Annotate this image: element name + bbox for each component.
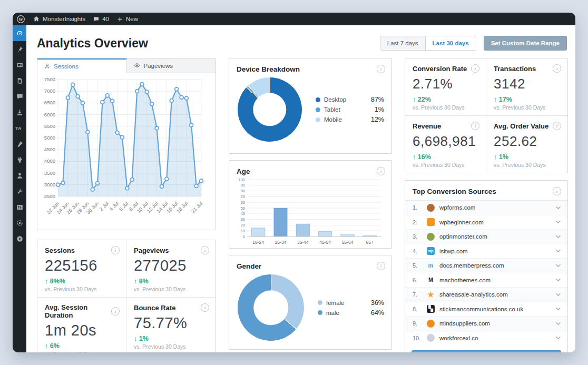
favicon-icon bbox=[427, 218, 435, 226]
sidebar-item-users[interactable] bbox=[13, 167, 26, 183]
conversion-source-row-2[interactable]: 2.wpbeginner.com bbox=[405, 215, 567, 230]
delta-up: ↑ 1% bbox=[494, 153, 561, 161]
source-domain: mindsuppliers.com bbox=[439, 320, 490, 327]
sidebar-item-seal[interactable] bbox=[13, 215, 26, 231]
sidebar-item-comments[interactable] bbox=[13, 88, 26, 104]
new-menu[interactable]: New bbox=[116, 16, 138, 23]
favicon-icon: ▚ bbox=[427, 305, 435, 313]
sidebar-item-plugins[interactable] bbox=[13, 152, 26, 167]
sidebar-item-pages[interactable] bbox=[13, 73, 26, 88]
favicon-icon: wp bbox=[427, 247, 435, 255]
sidebar-item-video[interactable] bbox=[13, 231, 26, 246]
info-icon[interactable] bbox=[553, 187, 561, 195]
sidebar-item-monsterinsights[interactable] bbox=[13, 25, 26, 41]
chevron-down-icon[interactable] bbox=[555, 293, 561, 297]
info-icon[interactable] bbox=[553, 122, 561, 130]
legend-item-male: male64% bbox=[318, 309, 384, 317]
info-icon[interactable] bbox=[377, 262, 385, 270]
source-domain: wpforms.com bbox=[439, 204, 475, 211]
svg-text:55-64: 55-64 bbox=[342, 240, 354, 245]
svg-text:4 Jul: 4 Jul bbox=[108, 201, 120, 212]
sidebar-item-downloads[interactable] bbox=[13, 104, 26, 120]
source-domain: workforcexl.co bbox=[439, 335, 478, 341]
conversion-source-row-10[interactable]: 10.workforcexl.co bbox=[405, 331, 567, 346]
brush-icon bbox=[16, 140, 24, 148]
tab-sessions[interactable]: Sessions bbox=[37, 58, 126, 73]
sidebar-item-posts[interactable] bbox=[13, 41, 26, 57]
sidebar-item-appearance[interactable] bbox=[13, 136, 26, 152]
info-icon[interactable] bbox=[471, 122, 479, 130]
conversion-source-row-9[interactable]: 9.mindsuppliers.com bbox=[405, 316, 567, 331]
source-rank: 7. bbox=[413, 291, 422, 298]
conversion-source-row-1[interactable]: 1.wpforms.com bbox=[405, 201, 567, 215]
legend-dot bbox=[318, 300, 322, 305]
site-menu[interactable]: MonsterInsights bbox=[33, 15, 85, 23]
desktop-background: W MonsterInsights 40 New TA bbox=[0, 0, 588, 365]
info-icon[interactable] bbox=[111, 307, 120, 315]
svg-text:80: 80 bbox=[241, 189, 245, 193]
last-30-days-button[interactable]: Last 30 days bbox=[425, 36, 476, 50]
info-icon[interactable] bbox=[201, 246, 209, 254]
device-breakdown-card: Device Breakdown Desktop87%Tablet1%Mobil… bbox=[229, 58, 392, 154]
chevron-down-icon[interactable] bbox=[555, 249, 561, 253]
conversion-source-row-6[interactable]: 6.Mmachothemes.com bbox=[405, 273, 567, 288]
chevron-down-icon[interactable] bbox=[555, 307, 561, 311]
svg-text:3500: 3500 bbox=[44, 170, 55, 176]
sidebar-item-ta[interactable]: TA bbox=[13, 120, 26, 136]
favicon-icon bbox=[427, 233, 435, 241]
svg-text:TA: TA bbox=[15, 125, 22, 131]
svg-text:60: 60 bbox=[241, 200, 245, 205]
sessions-chart-card: Sessions Pageviews 250030003500400045005… bbox=[37, 58, 216, 230]
info-icon[interactable] bbox=[553, 64, 561, 73]
info-icon[interactable] bbox=[111, 246, 120, 254]
conversion-source-row-3[interactable]: 3.optinmonster.com bbox=[405, 229, 567, 244]
sidebar-item-tools[interactable] bbox=[13, 183, 26, 199]
view-top-conversions-report-button[interactable]: View Top Conversions Sources Report bbox=[411, 350, 561, 352]
plus-icon bbox=[116, 16, 123, 23]
chevron-down-icon[interactable] bbox=[555, 235, 561, 239]
card-title: Top Conversion Sources bbox=[413, 188, 496, 195]
source-rank: 9. bbox=[413, 320, 422, 327]
info-icon[interactable] bbox=[377, 65, 385, 73]
sidebar-item-media[interactable] bbox=[13, 57, 26, 73]
conversion-source-row-4[interactable]: 4.wpisitwp.com bbox=[405, 244, 567, 259]
card-title: Gender bbox=[237, 262, 261, 270]
page-title: Analytics Overview bbox=[37, 36, 148, 51]
svg-text:0: 0 bbox=[243, 234, 245, 239]
plugin-icon bbox=[16, 156, 24, 164]
chevron-down-icon[interactable] bbox=[555, 264, 561, 268]
chevron-down-icon[interactable] bbox=[555, 206, 561, 210]
conversion-source-row-5[interactable]: 5.mdocs.memberpress.com bbox=[405, 258, 567, 273]
conversion-source-row-8[interactable]: 8.▚stickmancommunications.co.uk bbox=[405, 302, 567, 317]
chevron-down-icon[interactable] bbox=[555, 322, 561, 325]
conversion-sources-list: 1.wpforms.com2.wpbeginner.com3.optinmons… bbox=[405, 201, 567, 345]
set-custom-date-range-button[interactable]: Set Custom Date Range bbox=[484, 36, 567, 51]
info-icon[interactable] bbox=[201, 303, 209, 312]
wordpress-logo-icon[interactable]: W bbox=[16, 15, 25, 24]
conversion-source-row-7[interactable]: 7.★shareasale-analytics.com bbox=[405, 287, 567, 302]
svg-text:50: 50 bbox=[241, 206, 245, 211]
stat-card-bounce-rate: Bounce Rate 75.77% ↓ 1% vs. Previous 30 … bbox=[126, 298, 215, 352]
chevron-down-icon[interactable] bbox=[555, 278, 561, 282]
svg-text:100: 100 bbox=[238, 177, 245, 182]
legend-item-tablet: Tablet1% bbox=[316, 106, 384, 113]
source-rank: 2. bbox=[413, 219, 422, 225]
favicon-icon: M bbox=[427, 276, 435, 284]
gauge-icon bbox=[16, 29, 24, 37]
info-icon[interactable] bbox=[377, 167, 385, 175]
card-title: Age bbox=[237, 167, 250, 175]
wrench-icon bbox=[16, 188, 24, 195]
gender-donut-chart bbox=[238, 274, 304, 341]
age-bar-chart: 010203040506070809010018-2425-3435-4445-… bbox=[229, 177, 391, 251]
sidebar-item-forms[interactable] bbox=[13, 199, 26, 215]
delta-down: ↓ 1% bbox=[134, 335, 209, 342]
device-legend: Desktop87%Tablet1%Mobile12% bbox=[316, 96, 384, 123]
info-icon[interactable] bbox=[471, 64, 479, 73]
last-7-days-button[interactable]: Last 7 days bbox=[380, 36, 425, 50]
comments-menu[interactable]: 40 bbox=[93, 16, 109, 23]
chevron-down-icon[interactable] bbox=[555, 336, 561, 340]
stat-card-avg-session-duration: Avg. Session Duration 1m 20s ↑ 6% vs. Pr… bbox=[37, 298, 126, 352]
tab-pageviews[interactable]: Pageviews bbox=[126, 58, 216, 73]
svg-text:10: 10 bbox=[241, 229, 245, 233]
chevron-down-icon[interactable] bbox=[555, 220, 561, 224]
